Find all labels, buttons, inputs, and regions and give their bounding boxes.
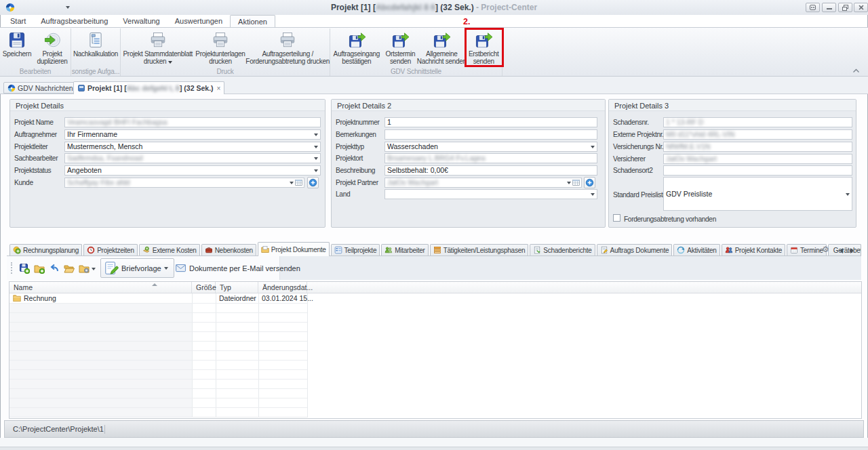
fullscreen-button[interactable]	[806, 3, 820, 12]
save-document-icon[interactable]	[19, 263, 30, 274]
doc-tab-projekt[interactable]: Projekt [1] [Abc defgehl t, 8] (32 Sek.)…	[73, 81, 224, 94]
tab-geraetebewegung[interactable]: Gerätebewe	[828, 244, 861, 255]
minimize-button[interactable]	[822, 3, 836, 12]
ribbon-collapse-icon[interactable]	[852, 68, 860, 73]
tab-termine[interactable]: Termine	[787, 244, 827, 255]
ribbon-tab-bar: Start Auftragsbearbeitung Verwaltung Aus…	[3, 15, 275, 27]
forderungsabtretung-checkbox[interactable]	[613, 214, 620, 222]
kunde-combo[interactable]: Schaffgay Fibx afdd	[64, 178, 304, 188]
bemerkungen-input[interactable]	[384, 129, 597, 140]
close-button[interactable]	[854, 3, 868, 12]
dropdown-caret-icon[interactable]	[92, 268, 96, 270]
taetigkeiten-icon	[433, 246, 441, 254]
tab-nebenkosten[interactable]: Nebenkosten	[201, 244, 256, 255]
speichern-button[interactable]: Speichern	[0, 30, 34, 65]
externe-projektnr-input[interactable]: MII d11*vhtd 4RL-VIN	[663, 129, 852, 140]
tab-scroll-left-icon[interactable]	[840, 248, 843, 253]
field-label: Sachbearbeiter	[14, 155, 58, 162]
restore-button[interactable]	[838, 3, 852, 12]
tab-externe-kosten[interactable]: Externe Kosten	[139, 244, 200, 255]
folder-options-icon[interactable]	[79, 263, 90, 274]
projekt-duplizieren-button[interactable]: Projekt duplizieren	[34, 30, 71, 65]
tab-rechnungsplanung[interactable]: Rechnungsplanung	[9, 244, 82, 255]
sort-asc-icon	[152, 283, 157, 286]
stammdatenblatt-drucken-button[interactable]: Projekt Stammdatenblatt drucken	[121, 30, 195, 65]
projekt-kontakte-icon	[725, 246, 733, 254]
field-label: Standard Preisliste	[613, 191, 667, 199]
projektort-input[interactable]: Brsamesaey L.BRG4 Fv.Lagea	[384, 153, 597, 163]
lookup-grid-icon[interactable]	[572, 179, 580, 186]
send-disk-icon	[348, 31, 366, 49]
ribbon-group-sonstige: Nachkalkulation sonstige Aufga...	[71, 28, 121, 76]
doc-tab-gdv-nachrichten[interactable]: GDV Nachrichten ×	[3, 82, 85, 94]
column-header-groesse[interactable]: Größe	[192, 282, 216, 293]
add-kunde-button[interactable]	[307, 177, 319, 188]
tab-mitarbeiter[interactable]: Mitarbeiter	[381, 244, 429, 255]
ribbon-tab-auswertungen[interactable]: Auswertungen	[167, 15, 230, 27]
ribbon-tab-start[interactable]: Start	[3, 15, 33, 27]
add-folder-icon[interactable]	[34, 263, 45, 274]
open-folder-icon[interactable]	[64, 263, 75, 274]
ribbon-tab-verwaltung[interactable]: Verwaltung	[115, 15, 167, 27]
projektleiter-combo[interactable]: Mustermensch, Mensch	[64, 142, 321, 152]
detail-tab-bar: Rechnungsplanung Projektzeiten Externe K…	[7, 243, 861, 256]
tab-projektzeiten[interactable]: Projektzeiten	[83, 244, 138, 255]
schadensnr-input[interactable]: 1 * 13-RF D	[663, 117, 852, 127]
versicherer-input[interactable]: JatOs Wachgart	[663, 154, 852, 164]
projekttyp-combo[interactable]: Wasserschaden	[384, 142, 597, 152]
versicherungs-nr-input[interactable]: NfWfM.E.V1N	[663, 142, 852, 152]
ribbon-group-druck: Projekt Stammdatenblatt drucken Projektu…	[121, 28, 330, 76]
auftragseingang-bestaetigen-button[interactable]: Auftragseingang bestätigen	[330, 30, 383, 65]
tab-schadenberichte[interactable]: Schadenberichte	[530, 244, 595, 255]
tab-scroll-right-icon[interactable]	[850, 248, 854, 253]
ortstermin-senden-button[interactable]: Ortstermin senden	[383, 30, 418, 65]
undo-icon[interactable]	[49, 263, 60, 274]
field-label: Versicherungs Nr.	[613, 143, 663, 150]
mitarbeiter-icon	[384, 246, 393, 254]
sachbearbeiter-combo[interactable]: Sadfemdsa, Fsandnoad	[64, 153, 321, 163]
tab-teilprojekte[interactable]: Teilprojekte	[331, 244, 380, 255]
schadensort2-input[interactable]	[663, 165, 852, 176]
close-tab-icon[interactable]: ×	[217, 85, 221, 92]
nachkalkulation-icon	[87, 31, 104, 49]
standard-preisliste-combo[interactable]: GDV Preisliste	[663, 177, 852, 211]
auftragnehmer-combo[interactable]: Ihr Firmenname	[64, 129, 321, 140]
projekt-partner-combo[interactable]: JatOs Wachgart	[384, 178, 582, 188]
column-header-name[interactable]: Name	[9, 282, 192, 293]
panel-projekt-details-2: Projekt Details 2 Projektnummer 1 Bemerk…	[331, 99, 606, 228]
field-label: Projekt Partner	[336, 179, 378, 186]
ribbon-group-bearbeiten: Speichern Projekt duplizieren Bearbeiten	[0, 28, 71, 76]
briefvorlage-button[interactable]: Briefvorlage	[100, 258, 174, 278]
projektzeiten-icon	[87, 246, 95, 254]
allgemeine-nachricht-senden-button[interactable]: Allgemeine Nachricht senden	[418, 30, 465, 65]
projekt-name-input[interactable]: Veamcasvagd BHFI Fachbagsa	[64, 117, 321, 127]
ribbon-tab-aktionen[interactable]: Aktionen	[230, 15, 275, 27]
nachkalkulation-button[interactable]: Nachkalkulation	[71, 30, 120, 58]
table-row[interactable]: Rechnung Dateiordner 03.01.2024 15...	[9, 293, 861, 303]
land-combo[interactable]	[384, 189, 597, 199]
add-partner-button[interactable]	[584, 177, 595, 188]
column-header-datum[interactable]: Änderungsdat...	[258, 282, 307, 293]
gdv-tab-icon	[7, 84, 16, 92]
auftragserteilung-drucken-button[interactable]: Auftragserteilung / Forderungsabtretung …	[245, 30, 330, 65]
tab-projekt-kontakte[interactable]: Projekt Kontakte	[722, 244, 785, 255]
tab-auftrags-dokumente[interactable]: Auftrags Dokumente	[597, 244, 673, 255]
column-header-typ[interactable]: Typ	[216, 282, 258, 293]
beschreibung-input[interactable]: Selbstbehalt: 0,00€	[384, 165, 597, 176]
lookup-grid-icon[interactable]	[295, 179, 302, 186]
field-label: Land	[336, 190, 350, 198]
tab-taetigkeiten[interactable]: Tätigkeiten/Leistungsphasen	[430, 244, 529, 255]
projektunterlagen-drucken-button[interactable]: Projektunterlagen drucken	[195, 30, 246, 65]
tab-projekt-dokumente[interactable]: Projekt Dokumente	[258, 242, 330, 256]
field-label: Auftragnehmer	[14, 131, 57, 138]
briefvorlage-icon	[104, 261, 119, 276]
tab-aktivitaeten[interactable]: Aktivitäten	[673, 244, 719, 255]
email-dokumente-button[interactable]: Dokumente per E-Mail versenden	[172, 258, 304, 278]
projektnummer-input[interactable]: 1	[384, 117, 597, 127]
field-label: Projektnummer	[336, 119, 380, 126]
projektstatus-combo[interactable]: Angeboten	[64, 165, 321, 176]
duplicate-disc-icon	[43, 31, 61, 49]
tab-settings-gear-icon[interactable]: ⚙	[822, 245, 829, 254]
ribbon-tab-auftragsbearbeitung[interactable]: Auftragsbearbeitung	[33, 15, 115, 27]
titlebar: Projekt [1] [Abcdefahjkl 8 6] (32 Sek.) …	[0, 0, 868, 15]
